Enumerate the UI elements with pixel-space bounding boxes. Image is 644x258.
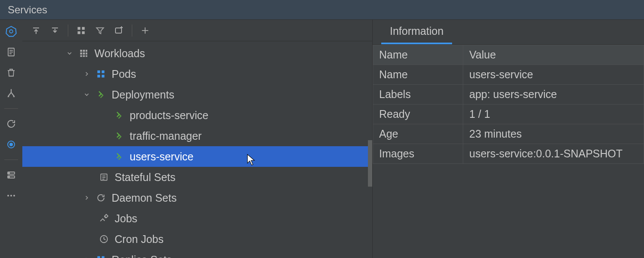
svg-rect-24 <box>82 31 85 34</box>
table-row[interactable]: Labels app: users-service <box>373 85 644 104</box>
svg-rect-42 <box>97 75 100 77</box>
cron-jobs-icon <box>97 233 110 246</box>
tree-label: Stateful Sets <box>115 171 176 184</box>
tree-label: traffic-manager <box>130 130 202 142</box>
tree-label: Deployments <box>112 89 174 101</box>
svg-rect-50 <box>97 256 100 258</box>
info-header-value[interactable]: Value <box>463 45 644 65</box>
chevron-right-icon <box>82 70 91 78</box>
tree-panel: Workloads Pods Deployments <box>22 20 373 258</box>
jobs-icon <box>97 212 110 225</box>
tree-node-daemon-sets[interactable]: Daemon Sets <box>22 187 372 208</box>
table-row[interactable]: Images users-service:0.0.1-SNAPSHOT <box>373 144 644 164</box>
tree-label: Replica Sets <box>112 254 172 258</box>
svg-rect-31 <box>80 50 82 52</box>
kubernetes-icon[interactable] <box>5 25 18 38</box>
cell-value: users-service:0.0.1-SNAPSHOT <box>463 144 644 164</box>
svg-rect-32 <box>83 50 85 52</box>
tree-node-products-service[interactable]: products-service <box>22 105 372 126</box>
separator <box>4 160 18 160</box>
cell-value: 1 / 1 <box>463 104 644 124</box>
panel-title: Services <box>0 0 644 20</box>
tree-node-stateful-sets[interactable]: Stateful Sets <box>22 167 372 187</box>
svg-rect-40 <box>97 71 100 73</box>
table-row[interactable]: Name users-service <box>373 65 644 85</box>
tree-label: Cron Jobs <box>115 233 164 246</box>
tree-node-pods[interactable]: Pods <box>22 64 372 84</box>
cell-name: Ready <box>373 104 463 124</box>
info-tabs: Information <box>373 20 644 45</box>
tree-label: Jobs <box>115 212 137 225</box>
collapse-all-button[interactable] <box>46 23 64 38</box>
svg-rect-39 <box>86 55 88 57</box>
tree-node-workloads[interactable]: Workloads <box>22 43 372 64</box>
table-row[interactable]: Ready 1 / 1 <box>373 104 644 124</box>
tree-label: users-service <box>130 150 194 163</box>
cell-value: app: users-service <box>463 85 644 104</box>
branch-icon[interactable] <box>5 87 18 100</box>
cell-value: 23 minutes <box>463 124 644 144</box>
refresh-icon[interactable] <box>5 117 18 130</box>
svg-rect-34 <box>80 52 82 55</box>
tab-information[interactable]: Information <box>381 25 452 44</box>
left-icon-strip <box>0 20 22 258</box>
workloads-icon <box>77 47 90 60</box>
svg-rect-43 <box>102 75 104 77</box>
info-header-name[interactable]: Name <box>373 45 463 65</box>
grid-view-button[interactable] <box>73 23 90 38</box>
main-area: Workloads Pods Deployments <box>0 20 644 258</box>
svg-marker-0 <box>6 26 16 36</box>
stateful-sets-icon <box>97 171 110 184</box>
filter-button[interactable] <box>91 23 109 38</box>
tree-toolbar <box>22 20 372 41</box>
tree-label: Pods <box>112 68 136 80</box>
scrollbar-thumb[interactable] <box>368 140 372 187</box>
chevron-right-icon <box>82 194 91 202</box>
svg-point-15 <box>10 195 12 197</box>
tree-node-deployments[interactable]: Deployments <box>22 84 372 105</box>
tree-label: Workloads <box>94 47 145 60</box>
panel-title-text: Services <box>8 4 47 16</box>
replica-sets-icon <box>94 253 107 258</box>
deployment-icon <box>112 129 125 142</box>
tree-node-replica-sets[interactable]: Replica Sets <box>22 249 372 258</box>
svg-point-13 <box>9 177 9 178</box>
tree-node-jobs[interactable]: Jobs <box>22 208 372 229</box>
svg-rect-51 <box>102 256 104 258</box>
cell-name: Name <box>373 65 463 85</box>
svg-rect-21 <box>78 27 80 29</box>
tree-node-traffic-manager[interactable]: traffic-manager <box>22 126 372 146</box>
cell-name: Age <box>373 124 463 144</box>
add-tab-button[interactable] <box>110 23 128 38</box>
svg-point-12 <box>9 173 9 174</box>
info-table: Name Value Name users-service Labels app… <box>373 45 644 164</box>
add-button[interactable] <box>137 23 154 38</box>
toolbar-divider <box>68 25 68 37</box>
svg-marker-25 <box>97 28 104 34</box>
svg-rect-33 <box>86 50 88 52</box>
svg-point-1 <box>9 30 12 33</box>
svg-rect-22 <box>82 27 85 29</box>
trash-icon[interactable] <box>5 66 18 79</box>
tree[interactable]: Workloads Pods Deployments <box>22 41 372 258</box>
more-icon[interactable] <box>5 189 18 202</box>
svg-rect-37 <box>80 55 82 57</box>
tree-node-users-service[interactable]: users-service <box>22 146 372 167</box>
cell-name: Images <box>373 144 463 164</box>
table-row[interactable]: Age 23 minutes <box>373 124 644 144</box>
separator <box>4 108 18 109</box>
server-icon[interactable] <box>5 169 18 181</box>
svg-rect-35 <box>83 52 85 55</box>
cell-name: Labels <box>373 85 463 104</box>
tree-label: products-service <box>130 109 208 122</box>
toolbar-divider <box>132 25 132 37</box>
svg-rect-36 <box>86 52 88 55</box>
document-icon[interactable] <box>5 46 18 58</box>
target-icon[interactable] <box>5 138 18 151</box>
svg-rect-26 <box>115 28 122 33</box>
svg-point-14 <box>7 195 9 197</box>
expand-all-button[interactable] <box>27 23 45 38</box>
svg-rect-41 <box>102 71 104 73</box>
deployment-icon <box>112 109 125 122</box>
tree-node-cron-jobs[interactable]: Cron Jobs <box>22 229 372 249</box>
